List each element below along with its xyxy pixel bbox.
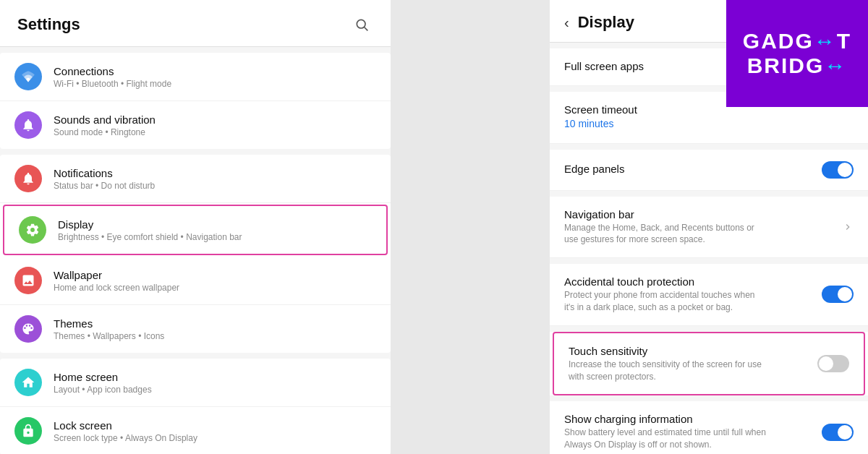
settings-title: Settings [17, 15, 80, 34]
showcharging-subtitle: Show battery level and estimated time un… [564, 427, 767, 451]
homescreen-subtitle: Layout • App icon badges [54, 385, 376, 395]
svg-line-1 [365, 27, 368, 31]
back-button[interactable]: ‹ [564, 14, 569, 31]
display-item-edgepanels[interactable]: Edge panels [550, 150, 868, 191]
settings-group-1: Connections Wi-Fi • Bluetooth • Flight m… [0, 53, 391, 149]
logo-content: GADG↔T BRIDG↔ [743, 29, 851, 79]
sidebar-item-sounds[interactable]: Sounds and vibration Sound mode • Ringto… [0, 101, 391, 149]
sidebar-item-lockscreen[interactable]: Lock screen Screen lock type • Always On… [0, 407, 391, 454]
sidebar-item-homescreen[interactable]: Home screen Layout • App icon badges [0, 359, 391, 407]
display-item-accidentaltouch[interactable]: Accidental touch protection Protect your… [550, 264, 868, 326]
sounds-subtitle: Sound mode • Ringtone [54, 127, 376, 137]
notifications-icon [14, 165, 42, 192]
bell-icon [21, 118, 35, 132]
sounds-text: Sounds and vibration Sound mode • Ringto… [54, 113, 376, 137]
connections-title: Connections [54, 65, 376, 77]
sounds-icon [14, 111, 42, 139]
display-item-showcharging[interactable]: Show charging information Show battery l… [550, 401, 868, 454]
edgepanels-text: Edge panels [564, 163, 822, 176]
display-subtitle: Brightness • Eye comfort shield • Naviga… [58, 232, 372, 242]
edge-panels-toggle[interactable] [822, 161, 854, 179]
themes-title: Themes [54, 317, 376, 330]
accidental-touch-toggle[interactable] [822, 286, 854, 303]
lockscreen-text: Lock screen Screen lock type • Always On… [54, 419, 376, 443]
display-item-touchsensitivity[interactable]: Touch sensitivity Increase the touch sen… [553, 332, 865, 396]
connections-icon [14, 63, 42, 90]
display-icon [19, 216, 46, 244]
toggle-thumb-4 [838, 425, 852, 440]
notifications-text: Notifications Status bar • Do not distur… [54, 167, 376, 191]
themes-subtitle: Themes • Wallpapers • Icons [54, 331, 376, 341]
display-group-5: Accidental touch protection Protect your… [550, 264, 868, 326]
sidebar-item-notifications[interactable]: Notifications Status bar • Do not distur… [0, 155, 391, 203]
accidentaltouch-title: Accidental touch protection [564, 275, 822, 288]
accidentaltouch-subtitle: Protect your phone from accidental touch… [564, 289, 767, 314]
display-item-navbar[interactable]: Navigation bar Manage the Home, Back, an… [550, 197, 868, 259]
connections-subtitle: Wi-Fi • Bluetooth • Flight mode [54, 79, 376, 89]
showcharging-title: Show charging information [564, 413, 822, 425]
home-icon [21, 375, 35, 390]
notifications-title: Notifications [54, 167, 376, 179]
palette-icon [21, 322, 35, 336]
lock-icon [21, 424, 35, 438]
lockscreen-title: Lock screen [54, 419, 376, 432]
touchsensitivity-subtitle: Increase the touch sensitivity of the sc… [569, 359, 771, 383]
accidentaltouch-text: Accidental touch protection Protect your… [564, 275, 822, 314]
gadget-bridge-logo: GADG↔T BRIDG↔ [726, 0, 868, 107]
display-title-left: Display [58, 218, 372, 231]
sidebar-item-themes[interactable]: Themes Themes • Wallpapers • Icons [0, 305, 391, 353]
display-text: Display Brightness • Eye comfort shield … [58, 218, 372, 242]
sidebar-item-display[interactable]: Display Brightness • Eye comfort shield … [3, 205, 388, 255]
logo-line2: BRIDG↔ [743, 53, 851, 79]
notifications-subtitle: Status bar • Do not disturb [54, 181, 376, 191]
touch-sensitivity-toggle[interactable] [817, 355, 849, 372]
homescreen-title: Home screen [54, 371, 376, 383]
showcharging-text: Show charging information Show battery l… [564, 413, 822, 451]
toggle-thumb [838, 163, 852, 177]
homescreen-text: Home screen Layout • App icon badges [54, 371, 376, 395]
notif-icon [21, 171, 35, 186]
sounds-title: Sounds and vibration [54, 113, 376, 126]
screentimeout-value: 10 minutes [564, 117, 767, 132]
toggle-thumb-3 [819, 356, 833, 371]
themes-text: Themes Themes • Wallpapers • Icons [54, 317, 376, 341]
navbar-title: Navigation bar [564, 208, 842, 220]
connections-text: Connections Wi-Fi • Bluetooth • Flight m… [54, 65, 376, 89]
show-charging-toggle[interactable] [822, 424, 854, 441]
settings-group-2: Notifications Status bar • Do not distur… [0, 155, 391, 353]
display-group-6: Touch sensitivity Increase the touch sen… [550, 332, 868, 396]
themes-icon [14, 315, 42, 343]
settings-panel: Settings Connections Wi-Fi [0, 0, 391, 454]
logo-line1: GADG↔T [743, 29, 851, 54]
wallpaper-subtitle: Home and lock screen wallpaper [54, 283, 376, 293]
display-group-3: Edge panels [550, 150, 868, 191]
homescreen-icon [14, 369, 42, 396]
display-gear-icon [25, 223, 40, 237]
wallpaper-text: Wallpaper Home and lock screen wallpaper [54, 269, 376, 293]
sidebar-item-connections[interactable]: Connections Wi-Fi • Bluetooth • Flight m… [0, 53, 391, 101]
lockscreen-subtitle: Screen lock type • Always On Display [54, 433, 376, 443]
display-group-7: Show charging information Show battery l… [550, 401, 868, 454]
toggle-thumb-2 [838, 287, 852, 301]
settings-header: Settings [0, 0, 391, 47]
sidebar-item-wallpaper[interactable]: Wallpaper Home and lock screen wallpaper [0, 257, 391, 305]
center-spacer [391, 0, 550, 454]
wallpaper-icon [14, 267, 42, 294]
navbar-arrow-icon [842, 221, 854, 233]
screentimeout-text: Screen timeout 10 minutes [564, 103, 854, 132]
navbar-subtitle: Manage the Home, Back, and Recents butto… [564, 222, 767, 247]
navbartext: Navigation bar Manage the Home, Back, an… [564, 208, 842, 247]
settings-list: Connections Wi-Fi • Bluetooth • Flight m… [0, 47, 391, 454]
lockscreen-icon [14, 417, 42, 445]
wallpaper-title: Wallpaper [54, 269, 376, 281]
search-icon [354, 17, 369, 32]
image-icon [21, 273, 35, 288]
touchsensitivity-text: Touch sensitivity Increase the touch sen… [569, 345, 817, 383]
wifi-icon [21, 69, 35, 84]
svg-point-0 [357, 20, 365, 28]
search-button[interactable] [350, 13, 373, 36]
settings-group-3: Home screen Layout • App icon badges Loc… [0, 359, 391, 454]
edgepanels-title: Edge panels [564, 163, 822, 175]
display-page-title: Display [578, 13, 634, 32]
display-panel: GADG↔T BRIDG↔ ‹ Display Full screen apps… [550, 0, 868, 454]
